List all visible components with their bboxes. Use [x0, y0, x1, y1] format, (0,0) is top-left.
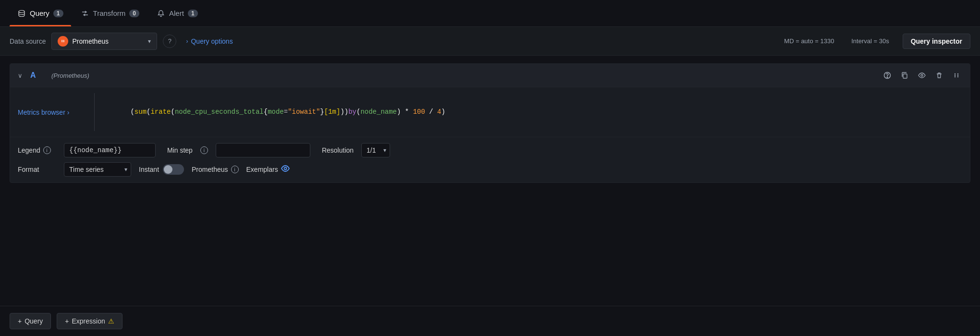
svg-point-7	[921, 74, 923, 76]
tab-alert[interactable]: Alert 1	[149, 0, 206, 26]
query-letter: A	[30, 71, 44, 80]
exemplars-label: Exemplars	[246, 166, 278, 173]
database-icon	[17, 9, 26, 18]
add-query-button[interactable]: + Query	[10, 313, 51, 329]
tab-transform-label: Transform	[93, 9, 126, 17]
svg-rect-2	[62, 40, 63, 42]
query-header: ∨ A (Prometheus)	[10, 64, 970, 87]
query-inspector-label: Query inspector	[911, 37, 962, 45]
collapse-arrow-icon[interactable]: ∨	[18, 72, 23, 79]
separator	[841, 37, 845, 45]
datasource-selector[interactable]: Prometheus ▾	[51, 33, 157, 50]
svg-point-5	[887, 77, 888, 78]
query-header-actions	[882, 70, 962, 81]
arrow-right-icon: ›	[186, 38, 188, 45]
bottom-bar: + Query + Expression ⚠	[0, 306, 980, 336]
instant-toggle-container: Instant	[139, 164, 184, 175]
transform-icon	[81, 9, 89, 18]
drag-handle-icon[interactable]	[951, 70, 962, 81]
query-datasource-label: (Prometheus)	[51, 72, 89, 79]
instant-label: Instant	[139, 166, 159, 173]
prometheus-label: Prometheus	[192, 166, 228, 173]
query-options-button[interactable]: › Query options	[182, 36, 236, 47]
expression-warning-icon: ⚠	[108, 317, 114, 325]
svg-point-13	[957, 76, 958, 77]
legend-help-icon[interactable]: i	[43, 146, 51, 154]
top-tabs: Query 1 Transform 0 Alert 1	[0, 0, 980, 27]
svg-point-8	[955, 73, 956, 74]
legend-label: Legend i	[18, 146, 56, 154]
copy-icon[interactable]	[899, 70, 910, 81]
svg-point-11	[957, 75, 958, 76]
exemplars-field: Exemplars	[246, 164, 290, 175]
resolution-label: Resolution	[322, 146, 354, 154]
tab-query-badge: 1	[53, 10, 63, 17]
datasource-name: Prometheus	[72, 37, 144, 45]
svg-rect-6	[903, 74, 907, 78]
legend-input[interactable]	[64, 143, 156, 157]
md-info: MD = auto = 1330	[784, 37, 834, 45]
metrics-browser-button[interactable]: Metrics browser ›	[18, 93, 95, 131]
add-query-label: Query	[24, 317, 43, 325]
resolution-select[interactable]: 1/1 1/2 1/3	[361, 143, 390, 157]
tab-transform-badge: 0	[129, 10, 139, 17]
svg-point-1	[60, 38, 66, 44]
svg-rect-3	[63, 40, 64, 42]
form-row-legend: Legend i Min step i Resolution 1/1 1/2 1…	[18, 143, 962, 157]
prometheus-icon	[58, 36, 68, 47]
tab-query[interactable]: Query 1	[10, 0, 71, 26]
query-inspector-button[interactable]: Query inspector	[903, 34, 970, 49]
help-circle-icon[interactable]	[882, 70, 893, 81]
form-row-format: Format Time series Table Heatmap Instant…	[18, 162, 962, 177]
plus-expression-icon: +	[65, 317, 69, 325]
exemplars-eye-icon[interactable]	[281, 164, 290, 175]
trash-icon[interactable]	[933, 70, 945, 81]
query-options-label: Query options	[191, 37, 233, 45]
tab-alert-badge: 1	[188, 10, 198, 17]
bell-icon	[157, 9, 165, 18]
svg-point-9	[957, 73, 958, 74]
resolution-select-wrapper[interactable]: 1/1 1/2 1/3	[361, 143, 390, 157]
datasource-help-button[interactable]: ?	[163, 35, 176, 48]
prometheus-help-icon[interactable]: i	[231, 166, 239, 173]
query-expression[interactable]: (sum(irate(node_cpu_seconds_total{mode="…	[102, 93, 962, 131]
prometheus-field: Prometheus i	[192, 166, 238, 173]
svg-point-12	[955, 76, 956, 77]
format-label: Format	[18, 166, 56, 173]
min-step-input[interactable]	[216, 143, 310, 157]
svg-point-10	[955, 75, 956, 76]
instant-toggle[interactable]	[163, 164, 184, 175]
help-icon: ?	[168, 37, 172, 45]
eye-toggle-icon[interactable]	[916, 70, 928, 81]
svg-point-0	[19, 10, 24, 12]
format-select-wrapper[interactable]: Time series Table Heatmap	[64, 162, 131, 177]
min-step-help-icon[interactable]: i	[200, 146, 208, 154]
svg-point-14	[284, 168, 286, 170]
plus-icon: +	[18, 317, 22, 325]
chevron-down-icon: ▾	[148, 38, 151, 45]
metrics-browser-arrow-icon: ›	[67, 108, 70, 116]
add-expression-button[interactable]: + Expression ⚠	[57, 313, 122, 329]
interval-info: Interval = 30s	[851, 37, 889, 45]
tab-query-label: Query	[30, 9, 49, 17]
query-form-rows: Legend i Min step i Resolution 1/1 1/2 1…	[10, 137, 970, 182]
format-select[interactable]: Time series Table Heatmap	[64, 162, 131, 177]
datasource-label: Data source	[10, 37, 46, 45]
query-panel: ∨ A (Prometheus)	[10, 63, 970, 183]
min-step-label: Min step	[167, 146, 193, 154]
metrics-browser-label: Metrics browser	[18, 108, 65, 116]
tab-transform[interactable]: Transform 0	[73, 0, 147, 26]
tab-alert-label: Alert	[169, 9, 184, 17]
add-expression-label: Expression	[72, 317, 105, 325]
header-bar: Data source Prometheus ▾ ? › Query optio…	[0, 27, 980, 56]
query-editor-row: Metrics browser › (sum(irate(node_cpu_se…	[10, 87, 970, 137]
